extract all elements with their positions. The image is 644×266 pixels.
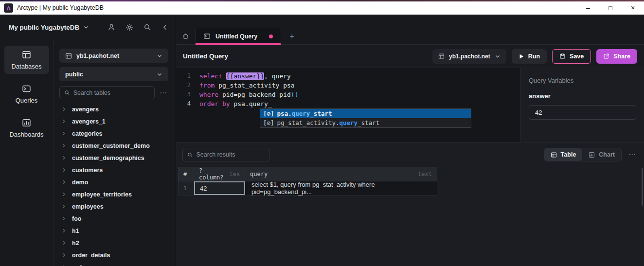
code-line: 2 from pg_stat_activity psa	[176, 81, 520, 90]
code-line: 4 order by psa.query_	[176, 99, 520, 108]
close-button[interactable]: ×	[622, 0, 644, 15]
column-name: ?column?	[199, 167, 224, 181]
account-icon[interactable]	[107, 23, 115, 31]
sidebar-item-queries[interactable]: Queries	[4, 80, 49, 108]
table-name: order_details	[72, 252, 110, 259]
dashboards-icon	[22, 118, 31, 127]
variable-value-input[interactable]	[529, 105, 636, 120]
database-table-icon	[438, 53, 445, 59]
home-icon	[182, 33, 189, 40]
sidebar-item-label: Databases	[11, 63, 41, 70]
autocomplete-item-selected[interactable]: [⊘]psa.query_start	[260, 109, 471, 118]
selected-cell[interactable]: 42	[194, 181, 245, 195]
results-scrollbar[interactable]	[642, 168, 643, 206]
chevron-right-icon	[61, 216, 67, 221]
view-toggle: Table Chart	[544, 148, 622, 161]
window-accent-line	[0, 0, 644, 1]
search-tables-input[interactable]	[73, 89, 150, 96]
settings-gear-icon[interactable]	[125, 23, 133, 31]
chevron-right-icon	[61, 143, 67, 148]
chevron-right-icon	[61, 192, 67, 197]
query-title: Untitled Query	[183, 53, 228, 60]
table-list-item[interactable]: foo	[59, 213, 168, 225]
chevron-right-icon	[61, 252, 67, 258]
variables-title: Query Variables	[529, 77, 636, 84]
workspace-selector[interactable]: My public YugabyteDB	[9, 24, 89, 31]
grid-header-column[interactable]: ?column? tex	[194, 167, 245, 181]
table-name: h1	[72, 228, 79, 234]
table-list-item[interactable]: customers	[59, 164, 168, 176]
maximize-button[interactable]: □	[599, 0, 622, 15]
unsaved-dot	[269, 35, 273, 38]
autocomplete-item[interactable]: [⊘]pg_stat_activity.query_start	[260, 118, 471, 127]
table-list-item[interactable]: customer_demographics	[59, 152, 168, 164]
table-list-item[interactable]: order_details	[59, 249, 168, 261]
field-icon: [⊘]	[263, 119, 274, 126]
connection-dropdown[interactable]: yb1.pachot.net	[59, 49, 168, 63]
table-name: employees	[72, 203, 104, 210]
save-button[interactable]: Save	[552, 49, 591, 64]
main-area: Untitled Query + Untitled Query yb1.pach…	[176, 15, 644, 266]
collapse-sidebar-icon[interactable]	[161, 24, 168, 31]
table-list-item[interactable]: customer_customer_demo	[59, 140, 168, 152]
line-number: 2	[176, 81, 191, 90]
table-list-item[interactable]: avengers	[59, 103, 168, 115]
search-icon[interactable]	[143, 23, 151, 31]
code-text: from pg_stat_activity psa	[191, 81, 295, 90]
nav-rail: Databases Queries Dashboards	[0, 40, 54, 266]
run-button[interactable]: Run	[512, 49, 547, 64]
table-list-item[interactable]: h1	[59, 225, 168, 237]
row-index-cell[interactable]: 1	[179, 181, 194, 195]
table-list-item[interactable]: employees	[59, 200, 168, 213]
table-view-button[interactable]: Table	[544, 148, 583, 161]
table-list-more-button[interactable]: ⋯	[155, 89, 168, 97]
table-list-item[interactable]: categories	[59, 127, 168, 140]
query-workspace: 1 select {{answer}}, query 2 from pg_sta…	[176, 68, 644, 142]
table-name: categories	[72, 130, 103, 137]
tab-untitled-query[interactable]: Untitled Query	[196, 28, 281, 44]
schema-dropdown[interactable]: public	[59, 67, 168, 81]
sidebar-item-dashboards[interactable]: Dashboards	[4, 114, 49, 142]
query-connection-dropdown[interactable]: yb1.pachot.net	[432, 49, 506, 64]
table-list-item[interactable]: h2	[59, 237, 168, 249]
grid-header-index[interactable]: #	[179, 167, 194, 181]
search-results-field[interactable]	[182, 148, 269, 161]
table-list-item[interactable]: orders	[59, 261, 168, 266]
chart-view-label: Chart	[599, 151, 615, 158]
query-variable-token: {{answer}}	[226, 72, 264, 80]
left-sidebar: My public YugabyteDB	[0, 15, 175, 266]
chart-view-button[interactable]: Chart	[582, 148, 621, 161]
home-tab[interactable]	[176, 28, 196, 44]
chevron-down-icon	[157, 71, 162, 77]
new-tab-button[interactable]: +	[281, 28, 303, 44]
grid-header-column[interactable]: query text	[245, 167, 437, 181]
title-bar: Arctype | My public YugabyteDB – □ ×	[0, 0, 644, 15]
run-label: Run	[528, 53, 540, 60]
share-button[interactable]: Share	[596, 49, 637, 64]
query-cell[interactable]: select $1, query from pg_stat_activity w…	[245, 181, 437, 195]
chevron-right-icon	[61, 204, 67, 209]
connection-name: yb1.pachot.net	[76, 53, 119, 59]
chevron-down-icon	[83, 24, 89, 30]
table-list-item[interactable]: demo	[59, 176, 168, 188]
variable-name: answer	[529, 92, 636, 100]
query-tab-icon	[203, 33, 211, 40]
grid-header: # ?column? tex query text	[178, 167, 437, 181]
column-type: text	[412, 171, 432, 177]
chevron-right-icon	[61, 240, 67, 246]
sidebar-item-databases[interactable]: Databases	[4, 46, 49, 74]
code-text: select {{answer}}, query	[191, 71, 291, 81]
table-list: avengers avengers_1 categories customer_…	[59, 103, 168, 266]
line-number-active: 4	[176, 99, 191, 108]
sql-editor[interactable]: 1 select {{answer}}, query 2 from pg_sta…	[176, 68, 520, 142]
search-tables-field[interactable]	[59, 86, 155, 99]
results-more-button[interactable]: ⋯	[626, 150, 637, 159]
share-label: Share	[613, 53, 630, 60]
minimize-button[interactable]: –	[577, 0, 599, 15]
search-icon	[64, 89, 70, 96]
table-view-label: Table	[561, 151, 576, 158]
query-variables-panel: Query Variables answer	[520, 68, 644, 142]
table-list-item[interactable]: avengers_1	[59, 115, 168, 127]
table-list-item[interactable]: employee_territories	[59, 188, 168, 200]
search-results-input[interactable]	[196, 151, 265, 158]
